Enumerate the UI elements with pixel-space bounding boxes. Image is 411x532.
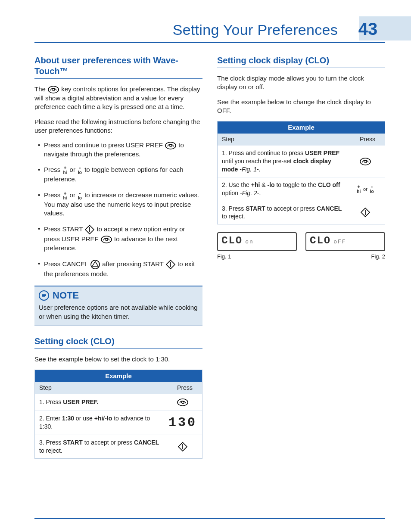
- minus-lo-icon: -lo: [370, 184, 374, 194]
- user-pref-icon: [165, 141, 177, 150]
- note-body: User preference options are not availabl…: [39, 303, 198, 321]
- example-table-clock: Example Step Press 1. Press USER PREF. 2…: [34, 370, 202, 459]
- table-col-press: Press: [172, 384, 198, 392]
- start-icon: [360, 207, 371, 218]
- plus-hi-icon: +hi: [63, 165, 67, 175]
- example-table-display: Example Step Press 1. Press and continue…: [217, 121, 385, 224]
- footer-rule: [34, 518, 385, 519]
- table-row: 2. Enter 1:30 or use +hi/-lo to advance …: [35, 410, 202, 435]
- figure-caption: Fig. 2: [305, 253, 385, 261]
- cancel-icon: [90, 260, 100, 269]
- table-row: 3. Press START to accept or press CANCEL…: [218, 201, 385, 224]
- page-title: Setting Your Preferences: [173, 20, 338, 40]
- table-row: 1. Press USER PREF.: [35, 394, 202, 410]
- right-column: Setting clock display (CLO) The clock di…: [217, 55, 385, 463]
- instruction-item: Press +hi or -lo to increase or decrease…: [34, 191, 202, 218]
- instruction-list: Press and continue to press USER PREF to…: [34, 141, 202, 279]
- table-row: 3. Press START to accept or press CANCEL…: [35, 435, 202, 458]
- user-pref-icon: [100, 235, 112, 244]
- figure-caption: Fig. 1: [217, 253, 297, 261]
- table-row: 2. Use the +hi & -lo to toggle to the CL…: [218, 177, 385, 201]
- disp-intro-1: The clock display mode allows you to tur…: [217, 74, 385, 92]
- user-pref-icon: [47, 85, 59, 94]
- instruction-item: Press START to accept a new option entry…: [34, 224, 202, 252]
- left-column: About user preferences with Wave-Touch™ …: [34, 55, 202, 463]
- digit-display: 130: [168, 415, 197, 430]
- page-header: Setting Your Preferences 43: [34, 17, 385, 43]
- user-pref-icon: [177, 398, 189, 407]
- lcd-display-fig1: CLO on: [217, 232, 297, 251]
- lcd-figures: CLO on Fig. 1 CLO oFF Fig. 2: [217, 232, 385, 261]
- intro-paragraph-1: The key controls options for preferences…: [34, 85, 202, 112]
- clock-intro: See the example below to set the clock t…: [34, 355, 202, 364]
- minus-lo-icon: -lo: [78, 191, 82, 200]
- plus-hi-icon: +hi: [357, 184, 361, 194]
- page-number: 43: [351, 17, 385, 40]
- heading-clock-display: Setting clock display (CLO): [217, 55, 385, 68]
- instruction-item: Press CANCEL after pressing START to exi…: [34, 259, 202, 278]
- table-col-press: Press: [355, 135, 380, 143]
- table-row: 1. Press and continue to press USER PREF…: [218, 145, 385, 177]
- table-col-step: Step: [222, 135, 355, 143]
- plus-hi-icon: +hi: [63, 191, 67, 200]
- table-title: Example: [218, 121, 385, 134]
- start-icon: [177, 442, 188, 452]
- table-title: Example: [35, 370, 202, 382]
- intro-paragraph-2: Please read the following instructions b…: [34, 118, 202, 135]
- user-pref-icon: [359, 157, 371, 166]
- disp-intro-2: See the example below to change the cloc…: [217, 98, 385, 115]
- heading-about: About user preferences with Wave-Touch™: [34, 55, 202, 79]
- note-icon: [39, 290, 49, 301]
- instruction-item: Press and continue to press USER PREF to…: [34, 141, 202, 159]
- start-icon: [165, 259, 176, 270]
- note-heading: NOTE: [53, 289, 79, 302]
- start-icon: [84, 224, 95, 235]
- instruction-item: Press +hi or -lo to toggle between optio…: [34, 165, 202, 184]
- lcd-display-fig2: CLO oFF: [305, 232, 385, 251]
- table-col-step: Step: [39, 384, 172, 392]
- note-box: NOTE User preference options are not ava…: [34, 286, 202, 326]
- heading-setting-clock: Setting clock (CLO): [34, 336, 202, 349]
- minus-lo-icon: -lo: [78, 165, 82, 175]
